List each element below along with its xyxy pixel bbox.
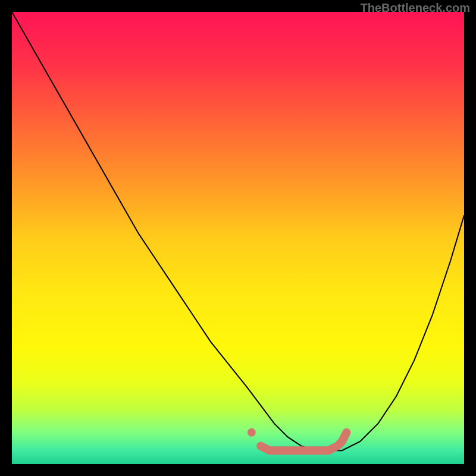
bottleneck-chart xyxy=(12,12,464,464)
svg-point-0 xyxy=(248,428,256,437)
plot-svg xyxy=(12,12,464,464)
watermark-text: TheBottleneck.com xyxy=(361,1,470,15)
